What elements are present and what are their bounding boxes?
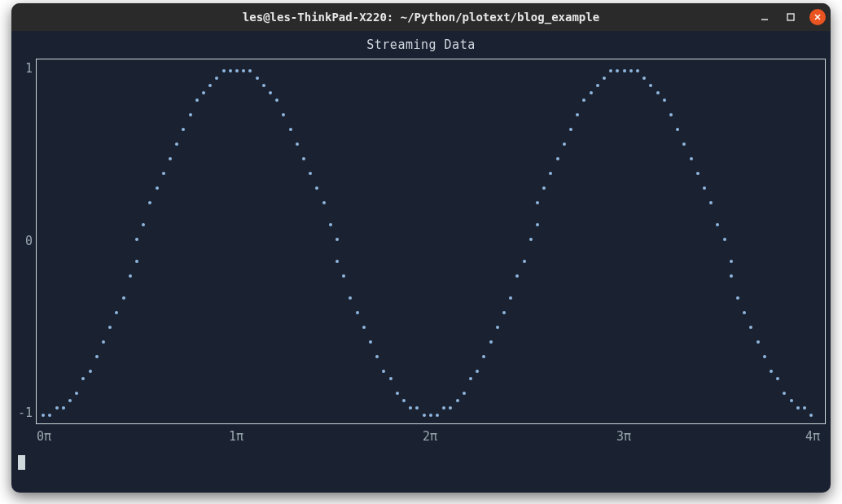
data-point xyxy=(556,157,559,160)
data-point xyxy=(55,406,59,410)
data-point xyxy=(335,260,339,263)
data-point xyxy=(335,238,339,241)
data-point xyxy=(756,340,760,344)
terminal-window: les@les-ThinkPad-X220: ~/Python/plotext/… xyxy=(11,3,831,493)
data-point xyxy=(275,99,278,102)
data-point xyxy=(129,274,132,278)
data-point xyxy=(663,99,666,102)
minimize-button[interactable] xyxy=(757,10,772,24)
data-point xyxy=(202,91,205,94)
data-point xyxy=(529,238,533,241)
data-point xyxy=(482,355,485,358)
data-point xyxy=(222,69,226,72)
data-point xyxy=(656,91,660,94)
data-point xyxy=(736,296,739,300)
data-point xyxy=(296,142,299,146)
data-point xyxy=(315,186,318,190)
data-point xyxy=(195,99,199,102)
data-point xyxy=(502,311,506,314)
y-tick-label: 1 xyxy=(25,61,33,76)
window-title: les@les-ThinkPad-X220: ~/Python/plotext/… xyxy=(243,11,599,24)
data-point xyxy=(509,296,512,300)
plot-region: -101 0π1π2π3π4π xyxy=(15,59,827,424)
data-point xyxy=(776,377,779,380)
x-tick-label: 3π xyxy=(616,429,631,444)
data-point xyxy=(549,172,552,175)
data-point xyxy=(329,223,332,226)
data-point xyxy=(375,355,379,358)
y-axis-labels: -101 xyxy=(15,59,36,424)
terminal-body: Streaming Data -101 0π1π2π3π4π xyxy=(11,31,831,493)
window-controls xyxy=(757,3,826,31)
data-point xyxy=(696,172,699,175)
data-point xyxy=(356,311,359,314)
data-point xyxy=(115,311,118,314)
data-point xyxy=(703,186,706,190)
data-point xyxy=(783,392,786,395)
data-point xyxy=(369,340,372,344)
x-tick-label: 0π xyxy=(37,429,51,444)
data-point xyxy=(576,113,579,116)
data-point xyxy=(148,201,151,204)
data-point xyxy=(169,157,172,160)
x-tick-label: 4π xyxy=(805,429,820,444)
data-point xyxy=(182,128,185,131)
data-point xyxy=(770,370,773,373)
data-point xyxy=(342,274,345,278)
data-point xyxy=(730,260,733,263)
data-point xyxy=(723,238,726,241)
maximize-button[interactable] xyxy=(783,10,798,24)
data-point xyxy=(456,399,459,402)
window-titlebar[interactable]: les@les-ThinkPad-X220: ~/Python/plotext/… xyxy=(11,3,831,31)
data-point xyxy=(642,77,646,80)
data-point xyxy=(242,69,245,72)
data-point xyxy=(108,326,112,329)
terminal-cursor-icon xyxy=(18,455,25,470)
x-axis-labels: 0π1π2π3π4π xyxy=(36,427,826,445)
data-point xyxy=(229,69,232,72)
data-point xyxy=(796,406,800,410)
data-point xyxy=(582,99,585,102)
x-tick-label: 1π xyxy=(229,429,243,444)
data-point xyxy=(803,406,806,410)
data-point xyxy=(596,84,599,87)
data-point xyxy=(536,223,539,226)
data-point xyxy=(215,77,218,80)
data-point xyxy=(763,355,766,358)
data-point xyxy=(749,326,752,329)
data-point xyxy=(415,406,419,410)
data-point xyxy=(235,69,239,72)
data-point xyxy=(349,296,352,300)
data-point xyxy=(716,223,719,226)
x-tick-label: 2π xyxy=(423,429,437,444)
data-point xyxy=(142,223,145,226)
data-point xyxy=(322,201,326,204)
data-point xyxy=(42,414,45,417)
data-point xyxy=(289,128,292,131)
data-point xyxy=(515,274,519,278)
data-point xyxy=(309,172,312,175)
data-point xyxy=(682,142,686,146)
data-point xyxy=(48,414,51,417)
data-point xyxy=(690,157,693,160)
data-point xyxy=(496,326,499,329)
data-point xyxy=(590,91,593,94)
data-point xyxy=(523,260,526,263)
plot-title: Streaming Data xyxy=(11,31,831,52)
close-button[interactable] xyxy=(809,9,826,25)
y-tick-label: -1 xyxy=(18,405,33,420)
data-point xyxy=(302,157,305,160)
data-point xyxy=(790,399,793,402)
data-point xyxy=(122,296,125,300)
plot-frame xyxy=(36,59,826,424)
data-point xyxy=(442,406,445,410)
data-point xyxy=(135,238,138,241)
data-point xyxy=(75,392,78,395)
data-point xyxy=(436,414,439,417)
data-point xyxy=(175,142,178,146)
data-point xyxy=(423,414,426,417)
data-point xyxy=(636,69,639,72)
data-point xyxy=(676,128,679,131)
data-point xyxy=(623,69,626,72)
data-point xyxy=(649,84,652,87)
